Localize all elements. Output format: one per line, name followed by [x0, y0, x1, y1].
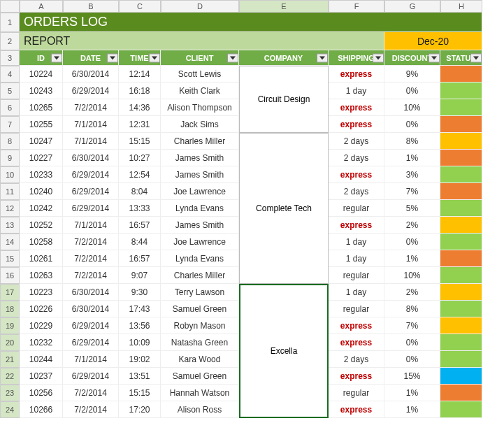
- cell-id[interactable]: 10223: [20, 284, 63, 301]
- row-header-6[interactable]: 6: [0, 99, 20, 116]
- cell-client[interactable]: Samuel Green: [161, 368, 239, 385]
- cell-status[interactable]: [440, 116, 482, 133]
- col-header-G[interactable]: G: [384, 0, 440, 13]
- cell-status[interactable]: [440, 234, 482, 250]
- cell-id[interactable]: 10240: [20, 183, 63, 200]
- cell-date[interactable]: 6/29/2014: [63, 166, 119, 183]
- cell-shipping[interactable]: express: [329, 217, 384, 234]
- cell-shipping[interactable]: 2 days: [329, 133, 384, 150]
- cell-client[interactable]: James Smith: [161, 150, 239, 166]
- cell-shipping[interactable]: 2 days: [329, 351, 384, 368]
- cell-discount[interactable]: 1%: [384, 401, 440, 418]
- cell-time[interactable]: 13:51: [119, 368, 161, 385]
- cell-discount[interactable]: 0%: [384, 234, 440, 250]
- cell-id[interactable]: 10226: [20, 301, 63, 317]
- cell-status[interactable]: [440, 351, 482, 368]
- cell-shipping[interactable]: regular: [329, 200, 384, 217]
- filter-dropdown-icon[interactable]: [230, 56, 236, 59]
- col-header-F[interactable]: F: [329, 0, 384, 13]
- cell-status[interactable]: [440, 317, 482, 334]
- cell-date[interactable]: 6/30/2014: [63, 66, 119, 83]
- cell-client[interactable]: James Smith: [161, 166, 239, 183]
- cell-shipping[interactable]: 2 days: [329, 183, 384, 200]
- cell-shipping[interactable]: 1 day: [329, 83, 384, 99]
- cell-discount[interactable]: 0%: [384, 334, 440, 351]
- row-header-9[interactable]: 9: [0, 150, 20, 166]
- cell-time[interactable]: 10:27: [119, 150, 161, 166]
- cell-status[interactable]: [440, 368, 482, 385]
- cell-client[interactable]: Natasha Green: [161, 334, 239, 351]
- cell-status[interactable]: [440, 385, 482, 401]
- header-id[interactable]: ID: [20, 50, 63, 66]
- cell-shipping[interactable]: express: [329, 334, 384, 351]
- cell-date[interactable]: 7/1/2014: [63, 217, 119, 234]
- col-header-D[interactable]: D: [161, 0, 239, 13]
- cell-status[interactable]: [440, 150, 482, 166]
- row-header-5[interactable]: 5: [0, 83, 20, 99]
- cell-id[interactable]: 10256: [20, 385, 63, 401]
- cell-shipping[interactable]: 1 day: [329, 250, 384, 267]
- cell-discount[interactable]: 0%: [384, 83, 440, 99]
- cell-time[interactable]: 9:07: [119, 267, 161, 284]
- row-header-16[interactable]: 16: [0, 267, 20, 284]
- cell-client[interactable]: Robyn Mason: [161, 317, 239, 334]
- cell-id[interactable]: 10243: [20, 83, 63, 99]
- cell-client[interactable]: Terry Lawson: [161, 284, 239, 301]
- header-time[interactable]: TIME: [119, 50, 161, 66]
- cell-discount[interactable]: 7%: [384, 183, 440, 200]
- cell-date[interactable]: 6/29/2014: [63, 83, 119, 99]
- cell-client[interactable]: Samuel Green: [161, 301, 239, 317]
- cell-status[interactable]: [440, 334, 482, 351]
- row-header-23[interactable]: 23: [0, 385, 20, 401]
- cell-shipping[interactable]: express: [329, 116, 384, 133]
- row-header-20[interactable]: 20: [0, 334, 20, 351]
- cell-status[interactable]: [440, 66, 482, 83]
- cell-id[interactable]: 10224: [20, 66, 63, 83]
- cell-date[interactable]: 7/2/2014: [63, 234, 119, 250]
- filter-dropdown-icon[interactable]: [319, 56, 325, 59]
- col-header-C[interactable]: C: [119, 0, 161, 13]
- cell-client[interactable]: Jack Sims: [161, 116, 239, 133]
- cell-client[interactable]: Joe Lawrence: [161, 234, 239, 250]
- cell-time[interactable]: 8:04: [119, 183, 161, 200]
- cell-status[interactable]: [440, 250, 482, 267]
- cell-discount[interactable]: 0%: [384, 351, 440, 368]
- cell-id[interactable]: 10229: [20, 317, 63, 334]
- filter-dropdown-icon[interactable]: [473, 56, 479, 59]
- cell-discount[interactable]: 2%: [384, 217, 440, 234]
- cell-id[interactable]: 10237: [20, 368, 63, 385]
- cell-time[interactable]: 16:57: [119, 217, 161, 234]
- cell-discount[interactable]: 7%: [384, 317, 440, 334]
- cell-status[interactable]: [440, 217, 482, 234]
- row-header-22[interactable]: 22: [0, 368, 20, 385]
- cell-client[interactable]: Alison Ross: [161, 401, 239, 418]
- header-date[interactable]: DATE: [63, 50, 119, 66]
- cell-status[interactable]: [440, 200, 482, 217]
- cell-client[interactable]: Lynda Evans: [161, 250, 239, 267]
- row-header-2[interactable]: 2: [0, 32, 20, 50]
- cell-time[interactable]: 8:44: [119, 234, 161, 250]
- cell-date[interactable]: 7/1/2014: [63, 133, 119, 150]
- header-discount[interactable]: DISCOUNT: [384, 50, 440, 66]
- cell-id[interactable]: 10261: [20, 250, 63, 267]
- cell-shipping[interactable]: express: [329, 317, 384, 334]
- cell-client[interactable]: Joe Lawrence: [161, 183, 239, 200]
- cell-discount[interactable]: 0%: [384, 116, 440, 133]
- cell-status[interactable]: [440, 183, 482, 200]
- row-header-18[interactable]: 18: [0, 301, 20, 317]
- filter-dropdown-icon[interactable]: [110, 56, 115, 59]
- cell-id[interactable]: 10244: [20, 351, 63, 368]
- cell-status[interactable]: [440, 133, 482, 150]
- cell-status[interactable]: [440, 99, 482, 116]
- cell-time[interactable]: 12:14: [119, 66, 161, 83]
- select-all-corner[interactable]: [0, 0, 20, 13]
- col-header-A[interactable]: A: [20, 0, 63, 13]
- row-header-13[interactable]: 13: [0, 217, 20, 234]
- filter-dropdown-icon[interactable]: [152, 56, 157, 59]
- cell-date[interactable]: 6/30/2014: [63, 301, 119, 317]
- cell-time[interactable]: 12:31: [119, 116, 161, 133]
- filter-dropdown-icon[interactable]: [54, 56, 59, 59]
- cell-discount[interactable]: 1%: [384, 250, 440, 267]
- cell-client[interactable]: Charles Miller: [161, 267, 239, 284]
- cell-status[interactable]: [440, 401, 482, 418]
